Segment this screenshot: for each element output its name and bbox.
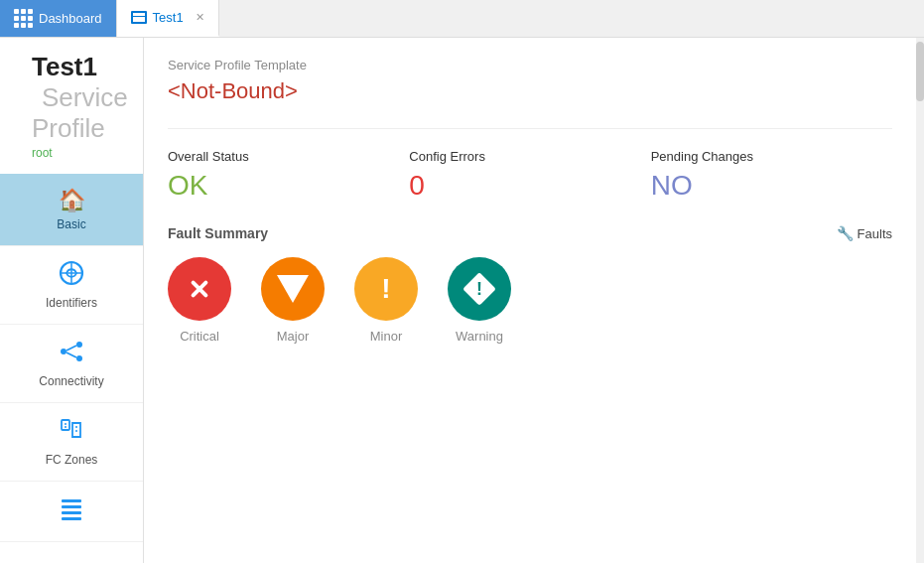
svg-line-6 bbox=[66, 346, 76, 351]
fault-minor-icon: ! bbox=[354, 257, 418, 321]
identifiers-icon bbox=[59, 260, 84, 292]
page-header: Test1 Service Profile root bbox=[0, 38, 143, 174]
overall-status-label: Overall Status bbox=[168, 149, 409, 164]
fault-major-icon bbox=[261, 257, 325, 321]
fault-item-major[interactable]: Major bbox=[261, 257, 325, 344]
tab-dashboard-label: Dashboard bbox=[39, 11, 102, 26]
svg-rect-15 bbox=[62, 511, 81, 514]
tab-test1-label: Test1 bbox=[153, 10, 184, 25]
fault-critical-icon bbox=[168, 257, 231, 321]
fault-summary-header: Fault Summary 🔧 Faults bbox=[168, 225, 892, 241]
status-item-config: Config Errors 0 bbox=[409, 149, 650, 202]
svg-rect-8 bbox=[62, 420, 69, 430]
window-icon bbox=[131, 11, 147, 24]
tab-close-button[interactable]: ✕ bbox=[196, 11, 204, 24]
spt-label: Service Profile Template bbox=[168, 58, 892, 72]
fault-item-warning[interactable]: ! Warning bbox=[448, 257, 511, 344]
sidebar-item-connectivity-label: Connectivity bbox=[39, 374, 103, 388]
page-title-block: Test1 Service Profile root bbox=[32, 52, 128, 160]
page-breadcrumb: root bbox=[32, 146, 128, 160]
wrench-icon: 🔧 bbox=[837, 225, 854, 241]
tab-test1[interactable]: Test1 ✕ bbox=[117, 0, 219, 37]
page-title: Test1 bbox=[32, 52, 97, 81]
status-section: Overall Status OK Config Errors 0 Pendin… bbox=[168, 128, 892, 202]
tab-bar: Dashboard Test1 ✕ bbox=[0, 0, 924, 38]
fault-minor-label: Minor bbox=[370, 329, 403, 344]
spt-section: Service Profile Template <Not-Bound> bbox=[168, 58, 892, 104]
fault-critical-label: Critical bbox=[180, 329, 219, 344]
status-item-pending: Pending Changes NO bbox=[651, 149, 892, 202]
scrollbar-thumb[interactable] bbox=[916, 42, 924, 101]
scrollbar[interactable] bbox=[916, 38, 924, 563]
svg-point-3 bbox=[61, 349, 66, 354]
svg-text:!: ! bbox=[476, 279, 482, 299]
svg-point-4 bbox=[76, 342, 82, 348]
sidebar-item-more[interactable] bbox=[0, 482, 143, 542]
down-triangle-icon bbox=[277, 275, 309, 303]
fault-icons-container: Critical Major ! Minor bbox=[168, 257, 892, 344]
tab-dashboard[interactable]: Dashboard bbox=[0, 0, 117, 37]
fault-warning-label: Warning bbox=[456, 329, 503, 344]
exclaim-icon: ! bbox=[381, 273, 390, 305]
page-subtitle: Service Profile bbox=[32, 82, 128, 143]
config-errors-value: 0 bbox=[409, 170, 650, 202]
config-errors-label: Config Errors bbox=[409, 149, 650, 164]
svg-rect-13 bbox=[62, 499, 81, 502]
home-icon: 🏠 bbox=[59, 188, 85, 213]
status-item-overall: Overall Status OK bbox=[168, 149, 409, 202]
connectivity-icon bbox=[59, 339, 84, 370]
fczones-icon bbox=[59, 417, 84, 449]
sidebar-item-fczones-label: FC Zones bbox=[46, 453, 98, 467]
sidebar: Test1 Service Profile root 🏠 Basic Ident… bbox=[0, 38, 144, 563]
fault-summary-title: Fault Summary bbox=[168, 225, 268, 241]
content-area: Service Profile Template <Not-Bound> Ove… bbox=[144, 38, 916, 563]
fault-item-critical[interactable]: Critical bbox=[168, 257, 231, 344]
pending-changes-label: Pending Changes bbox=[651, 149, 892, 164]
faults-link[interactable]: 🔧 Faults bbox=[837, 225, 892, 241]
sidebar-item-fczones[interactable]: FC Zones bbox=[0, 403, 143, 482]
spt-value: <Not-Bound> bbox=[168, 78, 892, 104]
x-icon bbox=[184, 273, 215, 305]
fault-major-label: Major bbox=[277, 329, 310, 344]
fault-item-minor[interactable]: ! Minor bbox=[354, 257, 418, 344]
pending-changes-value: NO bbox=[651, 170, 892, 202]
list-icon bbox=[59, 495, 84, 527]
sidebar-item-identifiers-label: Identifiers bbox=[46, 296, 97, 310]
svg-rect-16 bbox=[62, 517, 81, 520]
sidebar-item-identifiers[interactable]: Identifiers bbox=[0, 246, 143, 325]
faults-link-label: Faults bbox=[858, 226, 892, 241]
svg-rect-14 bbox=[62, 505, 81, 508]
sidebar-item-basic[interactable]: 🏠 Basic bbox=[0, 174, 143, 246]
sidebar-item-basic-label: Basic bbox=[57, 217, 85, 231]
svg-point-5 bbox=[76, 355, 82, 361]
fault-warning-icon: ! bbox=[448, 257, 511, 321]
main-layout: Test1 Service Profile root 🏠 Basic Ident… bbox=[0, 38, 924, 563]
diamond-warning-svg: ! bbox=[460, 269, 499, 309]
grid-icon bbox=[14, 9, 33, 28]
overall-status-value: OK bbox=[168, 170, 409, 202]
sidebar-item-connectivity[interactable]: Connectivity bbox=[0, 325, 143, 403]
svg-line-7 bbox=[66, 352, 76, 357]
